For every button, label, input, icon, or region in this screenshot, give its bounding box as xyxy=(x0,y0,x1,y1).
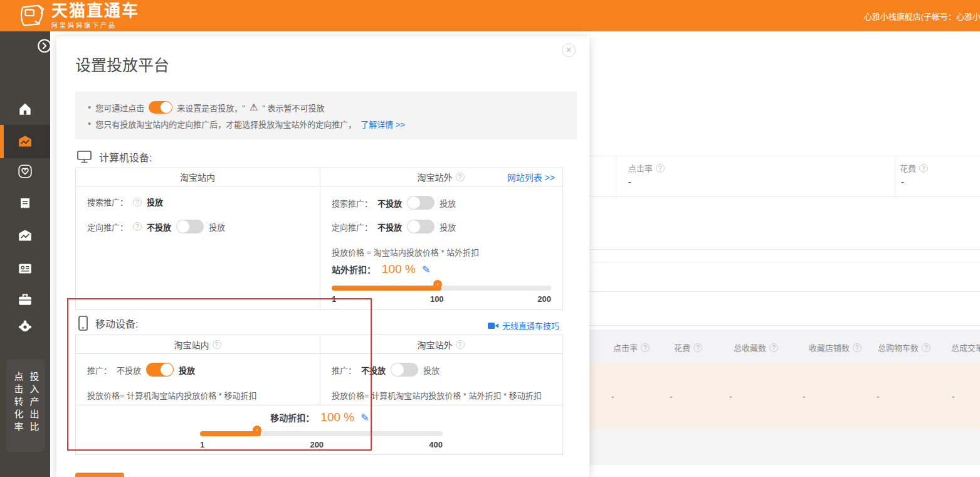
bullet-icon xyxy=(88,120,91,127)
question-icon[interactable] xyxy=(641,343,650,352)
site-list-link[interactable]: 网站列表 >> xyxy=(507,171,555,183)
confirm-button[interactable] xyxy=(75,473,124,477)
pc-col-taobao-outside: 淘宝站外 网站列表 >> xyxy=(319,168,562,186)
learn-more-link[interactable]: 了解详情 >> xyxy=(361,118,405,130)
briefcase-icon xyxy=(17,291,33,308)
divider xyxy=(76,405,564,405)
pc-discount-value: 100 % xyxy=(382,262,416,276)
divider xyxy=(589,325,980,326)
col-header-carts: 总购物车数 xyxy=(878,341,930,353)
cell-value: - xyxy=(670,392,673,402)
home-icon xyxy=(17,101,33,117)
note-line-1: 您可通过点击 来设置是否投放，" " 表示暂不可投放 xyxy=(88,101,564,114)
wireless-tips[interactable]: 无线直通车技巧 xyxy=(488,319,559,331)
col-header-orders: 总成交笔 xyxy=(951,341,980,353)
divider xyxy=(589,249,980,250)
sidebar-item-reports[interactable] xyxy=(0,188,50,220)
divider xyxy=(589,291,980,292)
note1-post: " 表示暂不可投放 xyxy=(262,102,324,114)
cell-value: - xyxy=(803,392,806,402)
question-icon[interactable] xyxy=(769,343,778,352)
table-row xyxy=(589,429,980,465)
question-icon[interactable] xyxy=(213,340,221,349)
pc-outside-search-row: 搜索推广： 不投放 投放 xyxy=(332,196,456,210)
id-card-icon xyxy=(17,260,33,277)
example-toggle-icon xyxy=(149,101,172,114)
pc-inside-search-state: 投放 xyxy=(147,196,163,208)
pc-inside-target-row: 定向推广： 不投放 投放 xyxy=(87,220,225,233)
col-header-cost: 花费 xyxy=(674,341,702,353)
question-icon[interactable] xyxy=(133,222,142,231)
cell-value: - xyxy=(877,392,880,402)
question-icon[interactable] xyxy=(133,198,142,206)
question-icon[interactable] xyxy=(922,343,930,352)
sidebar-metrics-panel[interactable]: 点击转化率 投入产出比 xyxy=(6,359,45,452)
sidebar-item-campaign-active[interactable] xyxy=(0,125,50,158)
sidebar-expand-button[interactable] xyxy=(36,38,53,54)
pc-section-title: 计算机设备: xyxy=(99,149,152,164)
question-icon[interactable] xyxy=(656,164,665,173)
brand-logo[interactable]: 天猫直通车 阿里妈妈旗下产品 xyxy=(18,2,139,29)
phone-icon xyxy=(78,316,88,331)
cell-value: - xyxy=(952,392,955,402)
mobile-inside-row: 推广： 不投放 投放 xyxy=(87,363,195,377)
info-box: 您可通过点击 来设置是否投放，" " 表示暂不可投放 您只有投放淘宝站内的定向推… xyxy=(75,92,577,139)
pc-discount-slider[interactable] xyxy=(332,286,551,291)
divider xyxy=(320,335,320,405)
monitor-icon xyxy=(77,151,92,163)
brand-title: 天猫直通车 xyxy=(51,2,139,19)
close-icon[interactable] xyxy=(562,43,576,57)
sidebar-item-home[interactable] xyxy=(0,94,50,125)
col-header-shop-favorites: 收藏店铺数 xyxy=(809,341,861,353)
campaign-icon xyxy=(17,134,33,150)
cell-value: - xyxy=(729,392,732,402)
slider-handle[interactable] xyxy=(253,426,261,434)
mobile-outside-toggle[interactable] xyxy=(391,363,418,377)
mobile-section-title: 移动设备: xyxy=(95,316,138,331)
mobile-discount-value: 100 % xyxy=(320,410,354,424)
question-icon[interactable] xyxy=(853,343,861,352)
brand-subtitle: 阿里妈妈旗下产品 xyxy=(51,20,139,29)
question-icon[interactable] xyxy=(693,343,702,352)
account-name[interactable]: 心雅小栈旗舰店(子帐号：心雅小栈 xyxy=(864,10,980,22)
mobile-outside-price-formula: 投放价格= 计算机淘宝站内投放价格 * 站外折扣 * 移动折扣 xyxy=(332,389,542,401)
mobile-section-heading: 移动设备: xyxy=(78,316,138,331)
sidebar-item-creatives[interactable] xyxy=(0,220,50,252)
divider xyxy=(589,156,980,156)
sidebar-item-favorites[interactable] xyxy=(0,156,50,187)
cell-value: - xyxy=(611,392,614,402)
bullet-icon xyxy=(88,104,91,111)
slider-handle[interactable] xyxy=(433,280,442,289)
pc-outside-search-toggle[interactable] xyxy=(407,196,435,210)
mobile-inside-price-formula: 投放价格= 计算机淘宝站内投放价格 * 移动折扣 xyxy=(87,389,257,401)
table-row xyxy=(589,363,980,429)
mobile-discount-label: 移动折扣： xyxy=(270,411,314,424)
note1-pre: 您可通过点击 xyxy=(95,102,144,114)
summary-metric-cost-label: 花费 xyxy=(900,162,916,174)
mobile-discount-slider[interactable] xyxy=(200,431,443,436)
edit-icon[interactable] xyxy=(422,264,430,276)
set-platform-modal: 设置投放平台 您可通过点击 来设置是否投放，" " 表示暂不可投放 您只有投放淘… xyxy=(56,36,589,477)
divider xyxy=(320,168,320,311)
edit-icon[interactable] xyxy=(361,412,369,424)
summary-metric-cost: 花费 xyxy=(900,162,928,174)
question-icon[interactable] xyxy=(456,340,465,349)
summary-metric-ctr-value: - xyxy=(628,177,631,187)
wireless-tips-link[interactable]: 无线直通车技巧 xyxy=(502,319,559,331)
metric-roi: 投入产出比 xyxy=(29,372,39,452)
picture-icon xyxy=(17,228,33,244)
pc-outside-price-formula: 投放价格 = 淘宝站内投放价格 * 站外折扣 xyxy=(332,246,479,258)
note1-mid: 来设置是否投放，" xyxy=(177,102,245,114)
pc-outside-target-toggle[interactable] xyxy=(407,220,435,233)
pc-discount-row: 站外折扣： 100 % xyxy=(332,262,430,276)
sidebar-item-community[interactable] xyxy=(0,311,50,342)
summary-metric-cost-value: - xyxy=(901,177,904,187)
top-bar: 天猫直通车 阿里妈妈旗下产品 心雅小栈旗舰店(子帐号：心雅小栈 xyxy=(0,0,980,31)
sidebar-item-account-card[interactable] xyxy=(0,253,50,284)
pc-inside-target-toggle[interactable] xyxy=(176,220,204,233)
question-icon[interactable] xyxy=(456,173,465,181)
mobile-col-taobao-outside: 淘宝站外 xyxy=(319,335,562,353)
question-icon[interactable] xyxy=(919,164,928,173)
mobile-inside-toggle[interactable] xyxy=(146,363,174,377)
divider xyxy=(589,262,980,262)
